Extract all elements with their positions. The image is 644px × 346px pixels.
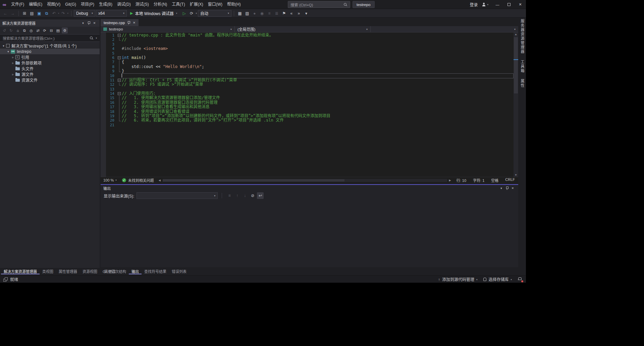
code-line-4[interactable]: 4#include <iostream> [101, 47, 518, 51]
bookmark-icon[interactable]: ⚑ [281, 10, 287, 17]
side-tab-toolbox[interactable]: 工具箱 [520, 60, 525, 73]
menu-edit[interactable]: 编辑(E) [26, 0, 45, 9]
close-icon[interactable]: ✕ [92, 20, 97, 26]
start-debugging-button[interactable]: ▶ 本地 Windows 调试器 ▾ [127, 10, 180, 17]
code-line-3[interactable]: 3 [101, 42, 518, 47]
save-all-icon[interactable]: ⧉ [43, 10, 50, 17]
solution-name-badge[interactable]: testrepo [353, 1, 375, 8]
scope-dropdown[interactable]: (全局范围) ▾ [235, 26, 371, 32]
tree-item-references[interactable]: ▹引用 [0, 54, 100, 60]
window-position-icon[interactable]: ▾ [498, 186, 504, 191]
code-line-6[interactable]: 6−int main() [101, 56, 518, 60]
code-editor[interactable]: 1−// testrepo.cpp : 此文件包含 "main" 函数。程序执行… [101, 32, 518, 177]
panel-tab-property-manager[interactable]: 属性管理器 [56, 268, 80, 274]
menu-help[interactable]: 帮助(H) [225, 0, 243, 9]
vertical-scrollbar[interactable]: ▲ ▼ [514, 32, 518, 177]
pin-icon[interactable] [86, 20, 92, 26]
tree-item-external-dependencies[interactable]: ▹外部依赖项 [0, 60, 100, 66]
project-dropdown[interactable]: testrepo ▾ [101, 26, 235, 32]
next-bookmark-icon[interactable]: » [296, 10, 302, 17]
hscroll-thumb[interactable] [163, 179, 345, 182]
member-dropdown[interactable]: ▾ [371, 26, 518, 32]
output-header[interactable]: 输出 ▾ ✕ [101, 185, 518, 192]
menu-extensions[interactable]: 扩展(X) [187, 0, 206, 9]
scroll-right-icon[interactable]: ▶ [448, 179, 452, 182]
output-content[interactable] [101, 200, 518, 267]
code-line-7[interactable]: 7{ [101, 60, 518, 64]
fold-collapse-icon[interactable]: − [118, 34, 121, 37]
code-line-20[interactable]: 20// 6. 将来，若要再次打开此项目，请转到“文件”>“打开”>“项目”并选… [101, 118, 518, 123]
se-forward-icon[interactable]: ↻ [8, 27, 14, 33]
se-switch-views-icon[interactable]: ⧉ [21, 27, 28, 33]
fold-collapse-icon[interactable]: − [118, 56, 121, 59]
debug-target-dropdown[interactable]: 自动 ▾ [198, 10, 231, 17]
se-properties-icon[interactable]: ⚙ [62, 27, 68, 33]
select-repository-button[interactable]: 选择存储库 ▴ [483, 276, 512, 282]
pin-tab-icon[interactable] [127, 21, 130, 25]
toolbar-overflow-icon[interactable]: ▾ [303, 10, 310, 17]
undo-icon[interactable]: ↶ [51, 10, 57, 17]
window-position-icon[interactable]: ▾ [80, 20, 86, 26]
minimize-button[interactable]: — [492, 0, 503, 9]
configuration-dropdown[interactable]: Debug ▾ [74, 10, 95, 17]
panel-tab-find-symbol-results[interactable]: 查找符号结果 [142, 268, 169, 274]
tree-item-source-files[interactable]: ▹源文件 [0, 71, 100, 77]
close-icon[interactable]: ✕ [510, 186, 516, 191]
side-tab-server-explorer[interactable]: 服务器资源管理器 [520, 19, 525, 54]
code-line-5[interactable]: 5 [101, 51, 518, 56]
horizontal-scrollbar[interactable]: ◀ ▶ [157, 177, 453, 183]
start-without-debugging-icon[interactable]: ▷ [181, 10, 187, 17]
code-line-21[interactable]: 21 [101, 123, 518, 127]
close-tab-icon[interactable]: ✕ [133, 21, 136, 24]
menu-view[interactable]: 视图(V) [45, 0, 63, 9]
se-sync-active-icon[interactable]: ⇄ [35, 27, 41, 33]
sign-in-button[interactable]: 登录 [467, 2, 480, 7]
fold-collapse-icon[interactable]: − [118, 92, 121, 95]
menu-build[interactable]: 生成(B) [97, 0, 115, 9]
menu-analyze[interactable]: 分析(N) [151, 0, 170, 9]
tree-item-resource-files[interactable]: 资源文件 [0, 77, 100, 83]
side-tab-properties[interactable]: 属性 [520, 79, 525, 88]
hscroll-track[interactable] [163, 179, 447, 182]
menu-test[interactable]: 测试(S) [133, 0, 151, 9]
zoom-dropdown[interactable]: 100 % ▾ [101, 178, 119, 182]
output-source-dropdown[interactable]: ▾ [137, 192, 218, 199]
solution-explorer-toggle-icon[interactable]: ▦ [236, 10, 243, 17]
tree-expand-arrow-icon[interactable]: ▾ [1, 44, 6, 48]
code-line-12[interactable]: 12// 调试程序: F5 或调试 >“开始调试”菜单 [101, 82, 518, 87]
se-refresh-icon[interactable]: ⟳ [42, 27, 48, 33]
scroll-down-icon[interactable]: ▼ [514, 174, 518, 177]
maximize-button[interactable] [503, 0, 515, 9]
close-button[interactable]: ✕ [515, 0, 526, 9]
code-line-10[interactable]: 10 [101, 74, 518, 78]
breakpoints-window-icon[interactable]: ◉ [259, 10, 265, 17]
panel-tab-error-list[interactable]: 错误列表 [169, 268, 189, 274]
solution-explorer-search[interactable]: 搜索解决方案资源管理器(Ctrl+;) ▾ [0, 34, 100, 42]
tree-expand-arrow-icon[interactable]: ▹ [11, 73, 15, 76]
quick-search-box[interactable]: 搜索 (Ctrl+Q) [288, 1, 350, 8]
redo-icon[interactable]: ↷ [60, 10, 67, 17]
platform-dropdown[interactable]: x64 ▾ [96, 10, 127, 17]
nav-back-icon[interactable]: ← [2, 10, 9, 17]
char-status[interactable]: 字符: 1 [470, 178, 488, 183]
code-line-9[interactable]: 9} [101, 69, 518, 73]
out-prev-message-icon[interactable]: ↑ [234, 192, 240, 199]
watch-window-icon[interactable]: ≣ [273, 10, 280, 17]
scroll-left-icon[interactable]: ◀ [158, 179, 162, 182]
out-goto-message-icon[interactable]: ≡ [226, 192, 233, 199]
menu-file[interactable]: 文件(F) [9, 0, 26, 9]
panel-tab-solution-explorer[interactable]: 解决方案资源管理器 [1, 268, 40, 274]
add-to-source-control-button[interactable]: ↑ 添加到源代码管理 ▴ [438, 276, 477, 282]
tree-item-header-files[interactable]: 头文件 [0, 66, 100, 71]
tree-item-solution-root[interactable]: ▾解决方案"testrepo"(1 个项目/共 1 个) [0, 43, 100, 49]
se-show-all-files-icon[interactable]: ▤ [55, 27, 61, 33]
eol-status[interactable]: CRLF [502, 178, 518, 183]
notifications-button[interactable] [518, 277, 523, 282]
diagnostics-icon[interactable]: ● [251, 10, 258, 17]
code-line-2[interactable]: 2// [101, 38, 518, 42]
out-clear-all-icon[interactable]: ⊘ [249, 192, 256, 199]
code-line-8[interactable]: 8 std::cout << "Hello World!\n"; [101, 65, 518, 69]
code-line-17[interactable]: 17// 3. 使用输出窗口查看生成输出和其他消息 [101, 105, 518, 109]
document-tab-testrepo-cpp[interactable]: testrepo.cpp ✕ [101, 19, 139, 26]
apply-code-changes-icon[interactable]: ⟳ [188, 10, 195, 17]
